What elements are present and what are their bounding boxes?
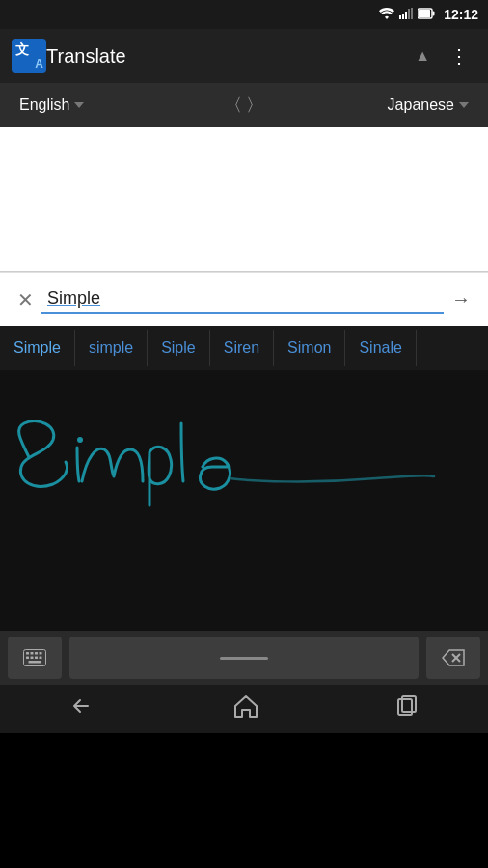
svg-rect-14 [26,657,29,660]
submit-translation-button[interactable]: → [444,281,478,318]
swap-languages-button[interactable]: 〈 〉 [215,94,273,117]
target-lang-dropdown-icon [459,102,469,108]
clear-input-button[interactable]: ✕ [10,281,41,319]
swap-left-icon: 〈 [225,94,242,117]
source-lang-dropdown-icon [74,102,84,108]
svg-rect-4 [411,8,413,19]
suggestion-item[interactable]: Simple [0,330,75,366]
delete-key[interactable] [426,637,480,679]
svg-rect-3 [408,9,410,19]
target-language-label: Japanese [388,96,454,114]
svg-rect-15 [31,657,34,660]
icon-zh-char: 文 [15,41,29,59]
space-key[interactable] [69,637,419,679]
back-button[interactable] [49,688,115,730]
app-title: Translate [46,45,415,68]
svg-rect-13 [40,652,42,655]
svg-rect-18 [29,661,41,664]
svg-rect-2 [405,12,407,19]
language-bar: English 〈 〉 Japanese [0,83,488,127]
svg-rect-12 [35,652,38,655]
source-language-label: English [19,96,69,114]
icon-en-char: A [35,57,43,70]
svg-rect-6 [433,11,435,15]
signal-icon [399,8,413,22]
suggestions-bar: Simple simple Siple Siren Simon Sinale [0,326,488,370]
suggestion-item[interactable]: Simon [274,330,345,366]
svg-rect-17 [40,657,42,660]
keyboard-bar [0,631,488,685]
svg-point-8 [77,437,83,443]
svg-rect-11 [31,652,34,655]
app-bar: 文 A Translate ▲ ⋮ [0,29,488,83]
status-time: 12:12 [444,7,478,22]
suggestion-item[interactable]: Siple [148,330,210,366]
handwriting-svg [0,370,488,631]
keyboard-toggle-button[interactable] [8,637,62,679]
translation-input[interactable] [41,285,444,314]
handwriting-canvas[interactable] [0,370,488,631]
recents-button[interactable] [377,688,439,730]
suggestion-item[interactable]: Siren [210,330,274,366]
wifi-icon [379,8,394,22]
svg-rect-16 [35,657,38,660]
app-icon: 文 A [12,39,46,73]
svg-rect-10 [26,652,29,655]
source-language-button[interactable]: English [8,89,215,122]
status-bar: 12:12 [0,0,488,29]
swap-right-icon: 〉 [246,94,263,117]
input-row: ✕ → [0,272,488,326]
home-button[interactable] [214,687,278,731]
suggestion-item[interactable]: simple [75,330,148,366]
suggestion-item[interactable]: Sinale [345,330,416,366]
svg-rect-1 [402,14,404,19]
overflow-menu-button[interactable]: ⋮ [442,37,476,75]
space-bar-indicator [220,657,268,660]
svg-rect-7 [419,10,430,17]
svg-rect-0 [399,15,401,19]
battery-icon [418,8,435,22]
dropdown-hint-icon: ▲ [415,47,430,65]
nav-bar [0,685,488,733]
translation-output-area [0,127,488,272]
target-language-button[interactable]: Japanese [273,89,480,122]
